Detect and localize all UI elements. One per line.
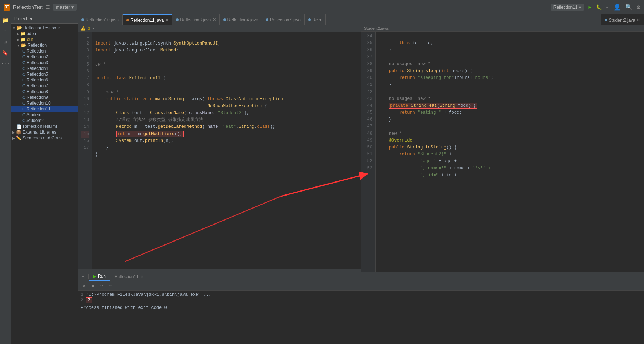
app-icon: RT xyxy=(4,4,10,11)
right-code-content: this.id = id; } no usages new * public S… xyxy=(376,32,644,272)
tab-reflection3[interactable]: Reflection3.java ✕ xyxy=(172,14,219,25)
tree-item-reflection1[interactable]: C Reflection xyxy=(11,48,78,54)
project-panel-header: Project ▾ xyxy=(11,14,78,24)
tab-reflection10[interactable]: Reflection10.java xyxy=(78,14,123,25)
bottom-toolbar: ↺ ■ ↩ ⋯ xyxy=(78,281,644,291)
run-panel-icon[interactable]: ≡ xyxy=(82,274,84,279)
right-code-body: 34 35 36 37 38 39 40 41 42 43 44 45 46 4… xyxy=(361,32,644,272)
branch-selector[interactable]: master ▾ xyxy=(53,4,77,11)
bottom-left-icons: ≡ xyxy=(78,274,89,279)
console-command-line: 1 "C:\Program Files\Java\jdk-1.8\bin\jav… xyxy=(81,292,641,297)
tree-item-reflection10[interactable]: C Reflection10 xyxy=(11,100,78,106)
tree-item-scratches[interactable]: ▶ ✏️ Scratches and Cons xyxy=(11,135,78,141)
right-editor-header: Student2.java xyxy=(361,25,644,32)
bottom-tabs: ≡ ▶ Run Reflection11 ✕ xyxy=(78,272,644,281)
close-run-tab[interactable]: ✕ xyxy=(140,274,144,279)
tab-reflection7[interactable]: Reflection7.java xyxy=(262,14,305,25)
tab-reflection4[interactable]: Reflection4.java xyxy=(220,14,262,25)
tree-item-reflection-folder[interactable]: ▼ 📂 Reflection xyxy=(11,42,78,48)
tree-item-reflection7[interactable]: C Reflection7 xyxy=(11,83,78,89)
hamburger-icon[interactable]: ☰ xyxy=(46,4,50,10)
tabs-bar: Reflection10.java Reflection11.java ✕ Re… xyxy=(78,14,644,25)
tree-item-reflection8[interactable]: C Reflection8 xyxy=(11,89,78,95)
tree-item-reflection3[interactable]: C Reflection3 xyxy=(11,60,78,66)
main-layout: 📁 ↑ ⊞ 🔖 ··· Project ▾ ▼ 📂 ReflectionTest… xyxy=(0,14,644,344)
left-scrollbar[interactable] xyxy=(78,269,361,272)
more-actions-button[interactable]: ⋯ xyxy=(606,4,609,10)
left-editor-header: ⚠️ 3 ▾ ⋯ xyxy=(78,25,361,32)
right-line-numbers: 34 35 36 37 38 39 40 41 42 43 44 45 46 4… xyxy=(361,32,376,272)
console-command-text: "C:\Program Files\Java\jdk-1.8\bin\java.… xyxy=(86,292,211,297)
stop-button[interactable]: ■ xyxy=(89,283,96,289)
left-line-numbers: 1 2 3 4 5 6 7 8 9 10 11 12 13 14 xyxy=(78,32,92,269)
rerun-button[interactable]: ↺ xyxy=(81,283,87,289)
run-tab-icon: ▶ xyxy=(93,274,96,279)
sidebar-icon-structure[interactable]: ⊞ xyxy=(1,38,9,46)
search-everywhere-icon[interactable]: 🔍 xyxy=(625,4,632,11)
project-dropdown-icon[interactable]: ▾ xyxy=(30,16,32,21)
project-tree: ▼ 📂 ReflectionTest sour ▶ 📁 .idea ▶ 📁 ou… xyxy=(11,24,78,344)
left-code-body: 1 2 3 4 5 6 7 8 9 10 11 12 13 14 xyxy=(78,32,361,269)
top-bar: RT ReflectionTest ☰ master ▾ Reflection1… xyxy=(0,0,644,14)
tree-item-idea[interactable]: ▶ 📁 .idea xyxy=(11,31,78,37)
tree-item-reflection4[interactable]: C Reflection4 xyxy=(11,66,78,71)
sidebar-icon-project[interactable]: 📁 xyxy=(1,16,9,24)
editor-container: Reflection10.java Reflection11.java ✕ Re… xyxy=(78,14,644,344)
run-button[interactable]: ▶ xyxy=(588,4,591,10)
left-editor-pane: ⚠️ 3 ▾ ⋯ 1 2 3 4 5 6 7 8 9 xyxy=(78,25,361,272)
bottom-panel: ≡ ▶ Run Reflection11 ✕ ↺ ■ ↩ ⋯ 1 xyxy=(78,272,644,344)
console-exit-line: Process finished with exit code 0 xyxy=(81,305,641,310)
tree-item-iml[interactable]: 📄 ReflectionTest.iml xyxy=(11,123,78,129)
run-config[interactable]: Reflection11 ▾ xyxy=(551,4,584,11)
tab-reflection11[interactable]: Reflection11.java ✕ xyxy=(123,14,172,25)
sidebar-icon-more[interactable]: ··· xyxy=(1,60,9,68)
tree-item-external[interactable]: ▶ 📦 External Libraries xyxy=(11,129,78,135)
tree-item-reflection9[interactable]: C Reflection9 xyxy=(11,95,78,100)
console-exit-text: Process finished with exit code 0 xyxy=(81,305,167,310)
reflection11-tab-label: Reflection11 xyxy=(114,274,139,279)
tree-item-reflection6[interactable]: C Reflection6 xyxy=(11,77,78,83)
profile-icon[interactable]: 👤 xyxy=(614,4,621,11)
toggle-wrap[interactable]: ↩ xyxy=(98,283,105,289)
sidebar-icon-commit[interactable]: ↑ xyxy=(1,27,9,35)
top-bar-right: Reflection11 ▾ ▶ 🐛 ⋯ 👤 🔍 ⚙ xyxy=(551,4,640,11)
tree-item-root[interactable]: ▼ 📂 ReflectionTest sour xyxy=(11,25,78,31)
tab-student2[interactable]: Student2.java ✕ xyxy=(601,14,644,25)
more-tool-btn[interactable]: ⋯ xyxy=(107,283,113,289)
tabs-overflow-icon[interactable]: ▾ xyxy=(319,17,322,22)
project-name[interactable]: ReflectionTest xyxy=(13,4,43,10)
run-tab-label: Run xyxy=(98,274,106,279)
top-bar-left: RT ReflectionTest ☰ master ▾ xyxy=(4,4,551,11)
project-panel: Project ▾ ▼ 📂 ReflectionTest sour ▶ 📁 .i… xyxy=(11,14,78,344)
tree-item-student2[interactable]: C Student2 xyxy=(11,118,78,123)
tree-item-reflection11[interactable]: C Reflection11 xyxy=(11,106,78,112)
tab-close-reflection3[interactable]: ✕ xyxy=(213,17,216,22)
tree-item-out[interactable]: ▶ 📁 out xyxy=(11,37,78,42)
debug-button[interactable]: 🐛 xyxy=(596,4,602,10)
console-result-value: 2 xyxy=(86,297,92,303)
tab-close-student2[interactable]: ✕ xyxy=(637,18,640,22)
tree-item-reflection5[interactable]: C Reflection5 xyxy=(11,71,78,77)
project-label: Project xyxy=(14,16,27,21)
tab-re-collapsed[interactable]: Re ▾ xyxy=(305,14,325,25)
reflection11-tab[interactable]: Reflection11 ✕ xyxy=(110,273,148,280)
run-tab[interactable]: ▶ Run xyxy=(89,273,110,281)
tree-item-student[interactable]: C Student xyxy=(11,112,78,118)
console-output: 1 "C:\Program Files\Java\jdk-1.8\bin\jav… xyxy=(78,291,644,344)
sidebar-icons: 📁 ↑ ⊞ 🔖 ··· xyxy=(0,14,11,344)
right-editor-pane: Student2.java 34 35 36 37 38 39 40 41 42… xyxy=(361,25,644,272)
tree-item-reflection2[interactable]: C Reflection2 xyxy=(11,54,78,60)
sidebar-icon-bookmarks[interactable]: 🔖 xyxy=(1,49,9,57)
split-editor: ⚠️ 3 ▾ ⋯ 1 2 3 4 5 6 7 8 9 xyxy=(78,25,644,272)
left-code-content: import javax.swing.plaf.synth.SynthOptio… xyxy=(92,32,361,269)
console-result-line: 2 2 xyxy=(81,297,641,303)
settings-icon[interactable]: ⚙ xyxy=(637,4,640,11)
tab-close-reflection11[interactable]: ✕ xyxy=(165,18,168,22)
